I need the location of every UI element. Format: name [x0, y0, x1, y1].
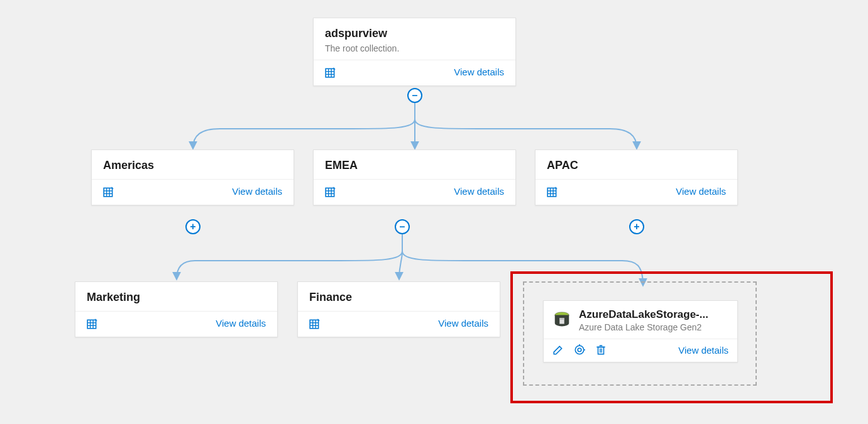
svg-rect-0 — [326, 68, 334, 77]
collection-title: Finance — [309, 291, 488, 305]
svg-rect-36 — [598, 347, 604, 354]
source-subtitle: Azure Data Lake Storage Gen2 — [579, 322, 708, 332]
view-details-link[interactable]: View details — [216, 318, 266, 329]
collection-title: adspurview — [325, 27, 504, 41]
view-details-link[interactable]: View details — [454, 186, 504, 197]
collection-subtitle: The root collection. — [325, 43, 504, 53]
view-details-link[interactable]: View details — [438, 318, 488, 329]
svg-rect-33 — [559, 318, 564, 320]
svg-rect-5 — [104, 188, 113, 197]
svg-point-34 — [575, 345, 584, 354]
view-details-link[interactable]: View details — [232, 186, 282, 197]
collection-root[interactable]: adspurview The root collection. View det… — [313, 18, 516, 86]
svg-point-35 — [578, 348, 581, 352]
collection-tree-canvas: adspurview The root collection. View det… — [0, 0, 868, 424]
scan-icon[interactable] — [309, 318, 321, 329]
source-title: AzureDataLakeStorage-... — [579, 308, 708, 321]
svg-rect-20 — [87, 320, 96, 329]
adls-icon — [552, 311, 571, 330]
collection-title: APAC — [547, 159, 726, 173]
collapse-toggle[interactable]: – — [395, 219, 410, 234]
scan-icon[interactable] — [547, 186, 558, 197]
collection-title: Americas — [103, 159, 282, 173]
edit-icon[interactable] — [552, 344, 564, 356]
collection-marketing[interactable]: Marketing View details — [75, 281, 278, 337]
collection-americas[interactable]: Americas View details — [91, 149, 294, 205]
collection-emea[interactable]: EMEA View details — [313, 149, 516, 205]
scan-icon[interactable] — [325, 67, 336, 78]
svg-rect-15 — [547, 188, 556, 197]
scan-icon[interactable] — [87, 318, 98, 329]
view-details-link[interactable]: View details — [676, 186, 726, 197]
collapse-toggle[interactable]: – — [407, 88, 422, 103]
scan-icon[interactable] — [103, 186, 114, 197]
scan-action-icon[interactable] — [574, 344, 585, 356]
svg-rect-10 — [326, 188, 334, 197]
expand-toggle[interactable]: + — [185, 219, 201, 234]
collection-finance[interactable]: Finance View details — [297, 281, 500, 337]
view-details-link[interactable]: View details — [678, 345, 728, 356]
svg-rect-25 — [310, 320, 319, 329]
scan-icon[interactable] — [325, 186, 336, 197]
view-details-link[interactable]: View details — [454, 67, 504, 77]
collection-title: Marketing — [87, 291, 266, 305]
delete-icon[interactable] — [595, 344, 607, 356]
expand-toggle[interactable]: + — [629, 219, 644, 234]
data-source-adls[interactable]: AzureDataLakeStorage-... Azure Data Lake… — [543, 300, 738, 362]
collection-apac[interactable]: APAC View details — [535, 149, 738, 205]
collection-title: EMEA — [325, 159, 504, 173]
